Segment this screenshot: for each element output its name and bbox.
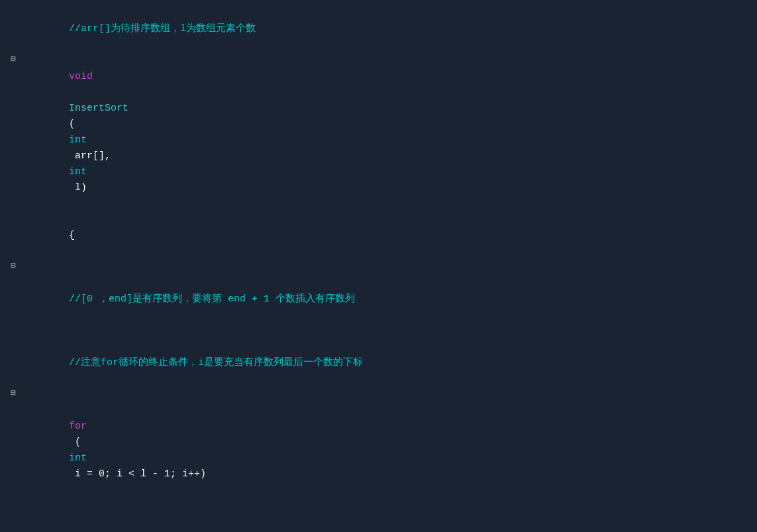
code-line-4: ⊟ //[0 ，end]是有序数列，要将第 end + 1 个数插入有序数列 (0, 260, 757, 323)
line-content-3: { (30, 212, 757, 260)
line-content-6: for ( int i = 0; i < l - 1; i++) (30, 387, 757, 498)
comment-text: //arr[]为待排序数组，l为数组元素个数 (69, 23, 256, 34)
type-int-for: int (69, 452, 87, 464)
fold-minus-6[interactable]: ⊟ (11, 387, 16, 401)
kw-for: for (69, 421, 87, 432)
code-line-1: //arr[]为待排序数组，l为数组元素个数 (0, 5, 757, 53)
func-name: InsertSort (69, 103, 128, 114)
line-content-7: { (30, 498, 757, 532)
line-content-2: void InsertSort ( int arr[], int l) (30, 53, 757, 212)
code-container: //arr[]为待排序数组，l为数组元素个数 ⊟ void InsertSort… (0, 0, 757, 532)
gutter-4: ⊟ (0, 260, 20, 274)
gutter-2: ⊟ (0, 53, 20, 67)
kw-void: void (69, 71, 93, 82)
code-line-5: //注意for循环的终止条件，i是要充当有序数列最后一个数的下标 (0, 323, 757, 387)
type-int1: int (69, 134, 87, 146)
fold-minus-2[interactable]: ⊟ (11, 53, 16, 67)
code-line-3: { (0, 212, 757, 260)
comment-line5: //注意for循环的终止条件，i是要充当有序数列最后一个数的下标 (69, 357, 363, 368)
code-line-6: ⊟ for ( int i = 0; i < l - 1; i++) (0, 387, 757, 498)
gutter-6: ⊟ (0, 387, 20, 401)
type-int2: int (69, 166, 87, 178)
line-content-1: //arr[]为待排序数组，l为数组元素个数 (30, 5, 757, 53)
code-line-7: { (0, 498, 757, 532)
code-line-2: ⊟ void InsertSort ( int arr[], int l) (0, 53, 757, 212)
line-content-5: //注意for循环的终止条件，i是要充当有序数列最后一个数的下标 (30, 323, 757, 387)
fold-minus-4[interactable]: ⊟ (11, 260, 16, 274)
line-content-4: //[0 ，end]是有序数列，要将第 end + 1 个数插入有序数列 (30, 260, 757, 323)
comment-line4: //[0 ，end]是有序数列，要将第 end + 1 个数插入有序数列 (69, 293, 355, 305)
